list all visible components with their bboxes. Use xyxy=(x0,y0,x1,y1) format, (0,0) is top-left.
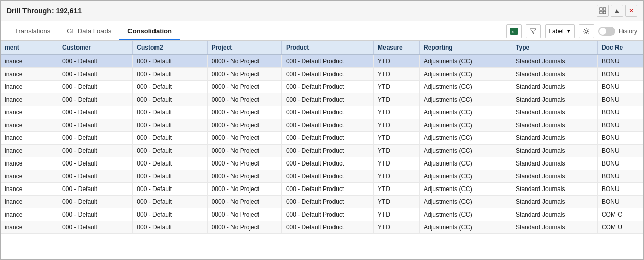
filter-button[interactable] xyxy=(526,24,541,38)
cell-row6-col5: YTD xyxy=(373,132,419,145)
col-header-custom2[interactable]: Custom2 xyxy=(133,41,207,55)
table-row[interactable]: inance000 - Default000 - Default0000 - N… xyxy=(1,81,643,93)
table-row[interactable]: inance000 - Default000 - Default0000 - N… xyxy=(1,145,643,157)
table-row[interactable]: inance000 - Default000 - Default0000 - N… xyxy=(1,132,643,145)
table-row[interactable]: inance000 - Default000 - Default0000 - N… xyxy=(1,68,643,81)
cell-row10-col0: inance xyxy=(1,183,58,196)
cell-row13-col8: COM U xyxy=(597,221,643,234)
table-row[interactable]: inance000 - Default000 - Default0000 - N… xyxy=(1,183,643,196)
cell-row1-col6: Adjustments (CC) xyxy=(420,68,511,81)
cell-row11-col7: Standard Journals xyxy=(511,196,598,208)
collapse-button[interactable]: ▲ xyxy=(611,5,623,17)
cell-row0-col1: 000 - Default xyxy=(58,55,133,68)
cell-row13-col4: 000 - Default Product xyxy=(281,221,373,234)
history-toggle[interactable] xyxy=(598,27,615,36)
data-table-container[interactable]: ment Customer Custom2 Project Product Me… xyxy=(1,41,643,259)
excel-export-button[interactable]: X xyxy=(506,24,522,38)
grid-settings-button[interactable] xyxy=(597,5,609,17)
cell-row12-col2: 000 - Default xyxy=(133,208,207,221)
cell-row5-col2: 000 - Default xyxy=(133,119,207,132)
cell-row6-col2: 000 - Default xyxy=(133,132,207,145)
tab-translations[interactable]: Translations xyxy=(7,23,59,40)
cell-row4-col4: 000 - Default Product xyxy=(281,106,373,119)
cell-row7-col0: inance xyxy=(1,145,58,157)
cell-row5-col3: 0000 - No Project xyxy=(207,119,281,132)
tab-consolidation[interactable]: Consolidation xyxy=(119,23,180,40)
col-header-type[interactable]: Type xyxy=(511,41,598,55)
table-row[interactable]: inance000 - Default000 - Default0000 - N… xyxy=(1,208,643,221)
history-toggle-container: History xyxy=(598,27,637,36)
cell-row12-col8: COM C xyxy=(597,208,643,221)
cell-row8-col5: YTD xyxy=(373,157,419,170)
cell-row7-col6: Adjustments (CC) xyxy=(420,145,511,157)
table-row[interactable]: inance000 - Default000 - Default0000 - N… xyxy=(1,106,643,119)
cell-row1-col7: Standard Journals xyxy=(511,68,598,81)
svg-rect-2 xyxy=(600,11,602,14)
table-row[interactable]: inance000 - Default000 - Default0000 - N… xyxy=(1,119,643,132)
cell-row5-col6: Adjustments (CC) xyxy=(420,119,511,132)
cell-row9-col1: 000 - Default xyxy=(58,170,133,183)
cell-row8-col0: inance xyxy=(1,157,58,170)
cell-row3-col3: 0000 - No Project xyxy=(207,93,281,106)
cell-row13-col0: inance xyxy=(1,221,58,234)
cell-row5-col4: 000 - Default Product xyxy=(281,119,373,132)
tab-gl-data-loads[interactable]: GL Data Loads xyxy=(59,23,119,40)
svg-text:X: X xyxy=(511,30,514,34)
cell-row1-col8: BONU xyxy=(597,68,643,81)
cell-row9-col6: Adjustments (CC) xyxy=(420,170,511,183)
cell-row12-col7: Standard Journals xyxy=(511,208,598,221)
cell-row0-col3: 0000 - No Project xyxy=(207,55,281,68)
title-controls: ▲ ✕ xyxy=(597,5,637,17)
label-dropdown-text: Label xyxy=(549,28,563,35)
cell-row2-col5: YTD xyxy=(373,81,419,93)
col-header-customer[interactable]: Customer xyxy=(58,41,133,55)
cell-row4-col2: 000 - Default xyxy=(133,106,207,119)
cell-row10-col1: 000 - Default xyxy=(58,183,133,196)
cell-row11-col4: 000 - Default Product xyxy=(281,196,373,208)
cell-row4-col6: Adjustments (CC) xyxy=(420,106,511,119)
table-row[interactable]: inance000 - Default000 - Default0000 - N… xyxy=(1,55,643,68)
table-row[interactable]: inance000 - Default000 - Default0000 - N… xyxy=(1,221,643,234)
cell-row1-col5: YTD xyxy=(373,68,419,81)
cell-row3-col2: 000 - Default xyxy=(133,93,207,106)
col-header-segment[interactable]: ment xyxy=(1,41,58,55)
cell-row7-col8: BONU xyxy=(597,145,643,157)
cell-row5-col7: Standard Journals xyxy=(511,119,598,132)
table-row[interactable]: inance000 - Default000 - Default0000 - N… xyxy=(1,93,643,106)
col-header-project[interactable]: Project xyxy=(207,41,281,55)
col-header-reporting[interactable]: Reporting xyxy=(420,41,511,55)
cell-row2-col1: 000 - Default xyxy=(58,81,133,93)
cell-row13-col3: 0000 - No Project xyxy=(207,221,281,234)
label-dropdown[interactable]: Label ▼ xyxy=(545,24,574,38)
cell-row7-col3: 0000 - No Project xyxy=(207,145,281,157)
cell-row12-col3: 0000 - No Project xyxy=(207,208,281,221)
cell-row8-col1: 000 - Default xyxy=(58,157,133,170)
cell-row9-col8: BONU xyxy=(597,170,643,183)
cell-row9-col5: YTD xyxy=(373,170,419,183)
close-button[interactable]: ✕ xyxy=(625,5,637,17)
table-row[interactable]: inance000 - Default000 - Default0000 - N… xyxy=(1,196,643,208)
cell-row7-col2: 000 - Default xyxy=(133,145,207,157)
cell-row12-col5: YTD xyxy=(373,208,419,221)
table-row[interactable]: inance000 - Default000 - Default0000 - N… xyxy=(1,170,643,183)
cell-row1-col1: 000 - Default xyxy=(58,68,133,81)
table-row[interactable]: inance000 - Default000 - Default0000 - N… xyxy=(1,157,643,170)
cell-row7-col5: YTD xyxy=(373,145,419,157)
cell-row13-col7: Standard Journals xyxy=(511,221,598,234)
cell-row10-col3: 0000 - No Project xyxy=(207,183,281,196)
cell-row13-col6: Adjustments (CC) xyxy=(420,221,511,234)
cell-row6-col4: 000 - Default Product xyxy=(281,132,373,145)
cell-row11-col6: Adjustments (CC) xyxy=(420,196,511,208)
cell-row0-col5: YTD xyxy=(373,55,419,68)
cell-row6-col3: 0000 - No Project xyxy=(207,132,281,145)
settings-button[interactable] xyxy=(579,24,594,38)
cell-row2-col2: 000 - Default xyxy=(133,81,207,93)
cell-row3-col5: YTD xyxy=(373,93,419,106)
cell-row4-col1: 000 - Default xyxy=(58,106,133,119)
title-bar: Drill Through: 192,611 ▲ ✕ xyxy=(1,1,643,21)
cell-row13-col5: YTD xyxy=(373,221,419,234)
col-header-product[interactable]: Product xyxy=(281,41,373,55)
col-header-measure[interactable]: Measure xyxy=(373,41,419,55)
col-header-docref[interactable]: Doc Re xyxy=(597,41,643,55)
cell-row10-col7: Standard Journals xyxy=(511,183,598,196)
